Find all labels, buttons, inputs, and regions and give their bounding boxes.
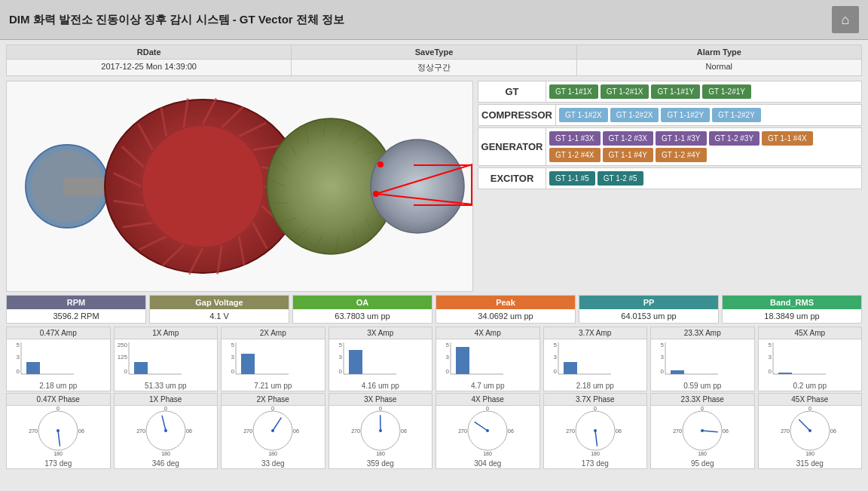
gen-buttons: GT 1-1 #3X GT 1-2 #3X GT 1-1 #3Y GT 1-2 … bbox=[546, 128, 861, 165]
phase-title-6: 23.3X Phase bbox=[651, 394, 754, 406]
generator-section: GENERATOR GT 1-1 #3X GT 1-2 #3X GT 1-1 #… bbox=[478, 127, 862, 166]
gen-btn-7[interactable]: GT 1-2 #4Y bbox=[656, 148, 707, 162]
excitor-section: EXCITOR GT 1-1 #5 GT 1-2 #5 bbox=[478, 167, 862, 189]
chart-value-7: 0.2 um pp bbox=[759, 381, 862, 391]
gen-btn-6[interactable]: GT 1-1 #4Y bbox=[603, 148, 654, 162]
chart-bar-5 bbox=[544, 339, 647, 381]
phase-value-0: 173 deg bbox=[7, 459, 110, 468]
metric-card-1: Gap Voltage 4.1 V bbox=[149, 295, 289, 324]
page-title: DIM 화력 발전소 진동이상 징후 감시 시스템 - GT Vector 전체… bbox=[9, 13, 344, 27]
metric-card-0: RPM 3596.2 RPM bbox=[6, 295, 146, 324]
phase-row: 0.47X Phase 173 deg 1X Phase 346 deg 2X … bbox=[6, 393, 862, 469]
compass-area-7 bbox=[759, 406, 862, 459]
gen-btn-2[interactable]: GT 1-1 #3Y bbox=[656, 131, 707, 146]
chart-title-3: 3X Amp bbox=[329, 327, 432, 339]
savetype-value: 정상구간 bbox=[292, 60, 576, 75]
comp-btn-0[interactable]: GT 1-1#2X bbox=[559, 108, 608, 122]
turbine-diagram bbox=[6, 81, 473, 292]
metric-value-4: 64.0153 um pp bbox=[579, 309, 718, 323]
home-button[interactable]: ⌂ bbox=[832, 6, 859, 33]
gt-buttons: GT 1-1#1X GT 1-2#1X GT 1-1#1Y GT 1-2#1Y bbox=[546, 81, 754, 102]
phase-value-3: 359 deg bbox=[329, 459, 432, 468]
gen-btn-3[interactable]: GT 1-2 #3Y bbox=[709, 131, 760, 146]
phase-title-4: 4X Phase bbox=[436, 394, 539, 406]
phase-card-2: 2X Phase 33 deg bbox=[221, 393, 326, 469]
compressor-label: COMPRESSOR bbox=[478, 105, 556, 125]
gt-btn-2[interactable]: GT 1-1#1Y bbox=[651, 84, 700, 99]
rdate-label: RDate bbox=[7, 45, 291, 60]
metric-label-1: Gap Voltage bbox=[150, 296, 289, 309]
chart-title-7: 45X Amp bbox=[759, 327, 862, 339]
metric-card-3: Peak 34.0692 um pp bbox=[436, 295, 576, 324]
comp-btn-3[interactable]: GT 1-2#2Y bbox=[712, 108, 761, 122]
chart-card-7: 45X Amp 0.2 um pp bbox=[758, 327, 863, 391]
compass-area-4 bbox=[436, 406, 539, 459]
compass-area-1 bbox=[115, 406, 218, 459]
chart-title-5: 3.7X Amp bbox=[544, 327, 647, 339]
compass-area-3 bbox=[329, 406, 432, 459]
comp-btn-1[interactable]: GT 1-2#2X bbox=[610, 108, 659, 122]
phase-title-1: 1X Phase bbox=[115, 394, 218, 406]
phase-title-3: 3X Phase bbox=[329, 394, 432, 406]
metric-card-2: OA 63.7803 um pp bbox=[292, 295, 432, 324]
phase-card-3: 3X Phase 359 deg bbox=[329, 393, 433, 469]
exc-btn-0[interactable]: GT 1-1 #5 bbox=[549, 171, 595, 186]
rdate-cell: RDate 2017-12-25 Mon 14:39:00 bbox=[7, 45, 292, 75]
exc-buttons: GT 1-1 #5 GT 1-2 #5 bbox=[546, 168, 646, 189]
phase-card-7: 45X Phase 315 deg bbox=[758, 393, 863, 469]
gt-btn-1[interactable]: GT 1-2#1X bbox=[601, 84, 649, 99]
chart-card-1: 1X Amp 51.33 um pp bbox=[114, 327, 219, 391]
metric-value-1: 4.1 V bbox=[150, 309, 289, 323]
comp-btn-2[interactable]: GT 1-1#2Y bbox=[661, 108, 710, 122]
phase-value-2: 33 deg bbox=[222, 459, 325, 468]
gt-label: GT bbox=[478, 81, 546, 102]
phase-card-5: 3.7X Phase 173 deg bbox=[543, 393, 648, 469]
right-panel: GT GT 1-1#1X GT 1-2#1X GT 1-1#1Y GT 1-2#… bbox=[478, 81, 862, 292]
chart-bar-1 bbox=[115, 339, 218, 381]
chart-title-0: 0.47X Amp bbox=[7, 327, 110, 339]
chart-card-6: 23.3X Amp 0.59 um pp bbox=[650, 327, 755, 391]
rdate-value: 2017-12-25 Mon 14:39:00 bbox=[7, 60, 291, 73]
metric-label-0: RPM bbox=[7, 296, 145, 309]
phase-card-1: 1X Phase 346 deg bbox=[114, 393, 219, 469]
gt-btn-0[interactable]: GT 1-1#1X bbox=[549, 84, 598, 99]
chart-value-4: 4.7 um pp bbox=[436, 381, 539, 391]
phase-value-5: 173 deg bbox=[544, 459, 647, 468]
chart-value-6: 0.59 um pp bbox=[651, 381, 754, 391]
generator-label: GENERATOR bbox=[478, 128, 546, 165]
chart-card-3: 3X Amp 4.16 um pp bbox=[329, 327, 433, 391]
chart-bar-6 bbox=[651, 339, 754, 381]
gen-btn-4[interactable]: GT 1-1 #4X bbox=[762, 131, 813, 146]
chart-bar-7 bbox=[759, 339, 862, 381]
metric-card-5: Band_RMS 18.3849 um pp bbox=[722, 295, 862, 324]
chart-bar-2 bbox=[222, 339, 325, 381]
metric-value-3: 34.0692 um pp bbox=[436, 309, 575, 323]
chart-title-6: 23.3X Amp bbox=[651, 327, 754, 339]
main-content: GT GT 1-1#1X GT 1-2#1X GT 1-1#1Y GT 1-2#… bbox=[6, 81, 862, 292]
phase-title-7: 45X Phase bbox=[759, 394, 862, 406]
gt-btn-3[interactable]: GT 1-2#1Y bbox=[702, 84, 751, 99]
gt-section: GT GT 1-1#1X GT 1-2#1X GT 1-1#1Y GT 1-2#… bbox=[478, 81, 862, 103]
compass-area-5 bbox=[544, 406, 647, 459]
phase-card-0: 0.47X Phase 173 deg bbox=[6, 393, 111, 469]
metric-card-4: PP 64.0153 um pp bbox=[579, 295, 719, 324]
comp-buttons: GT 1-1#2X GT 1-2#2X GT 1-1#2Y GT 1-2#2Y bbox=[556, 105, 764, 125]
alarmtype-label: Alarm Type bbox=[577, 45, 861, 60]
gen-btn-0[interactable]: GT 1-1 #3X bbox=[549, 131, 601, 146]
chart-value-2: 7.21 um pp bbox=[222, 381, 325, 391]
charts-row: 0.47X Amp 2.18 um pp 1X Amp 51.33 um pp … bbox=[6, 327, 862, 391]
metric-value-2: 63.7803 um pp bbox=[293, 309, 432, 323]
compass-area-0 bbox=[7, 406, 110, 459]
gen-btn-1[interactable]: GT 1-2 #3X bbox=[603, 131, 654, 146]
metric-label-2: OA bbox=[293, 296, 432, 309]
metric-label-4: PP bbox=[579, 296, 718, 309]
compass-area-6 bbox=[651, 406, 754, 459]
exc-btn-1[interactable]: GT 1-2 #5 bbox=[598, 171, 643, 186]
savetype-cell: SaveType 정상구간 bbox=[292, 45, 576, 75]
gen-btn-5[interactable]: GT 1-2 #4X bbox=[549, 148, 601, 162]
chart-bar-0 bbox=[7, 339, 110, 381]
chart-bar-3 bbox=[329, 339, 432, 381]
chart-title-1: 1X Amp bbox=[115, 327, 218, 339]
metric-value-5: 18.3849 um pp bbox=[723, 309, 861, 323]
chart-value-3: 4.16 um pp bbox=[329, 381, 432, 391]
